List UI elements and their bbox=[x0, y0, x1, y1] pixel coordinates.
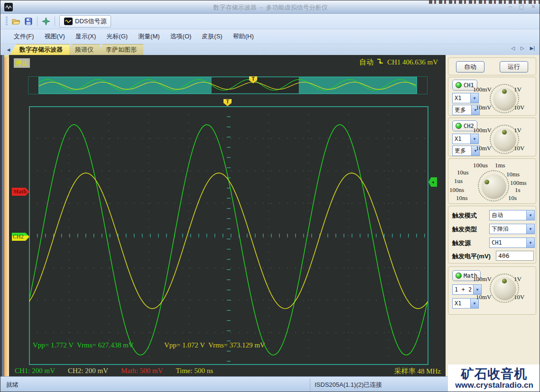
watermark-title: 矿石收音机 bbox=[461, 367, 528, 381]
menu-cursor[interactable]: 光标(G) bbox=[106, 32, 128, 41]
ch2-channel-flag[interactable]: CH2 bbox=[12, 233, 29, 241]
math-led-icon bbox=[456, 273, 462, 279]
close-button[interactable]: ✕ bbox=[531, 3, 536, 10]
watermark-url: www.crystalradio.cn bbox=[455, 381, 533, 390]
knob-indicator bbox=[502, 89, 507, 94]
dds-signal-source-button[interactable]: DDS信号源 bbox=[59, 15, 111, 27]
timebase-readout: Time: 500 ns bbox=[176, 367, 213, 375]
save-icon[interactable] bbox=[22, 16, 35, 27]
ch1-probe-select[interactable]: X1 ▼ bbox=[452, 93, 479, 103]
open-file-icon[interactable] bbox=[10, 16, 22, 27]
scope-display: 停止 自动 CH1 406.636 mV T T Math CH2 ◄ Vpp=… bbox=[9, 55, 446, 376]
tab-lissajous[interactable]: 李萨如图形 bbox=[96, 44, 143, 55]
maximize-button[interactable]: ▢ bbox=[519, 3, 524, 10]
knob-indicator bbox=[484, 180, 489, 184]
trigger-type-select[interactable]: 下降沿 ▼ bbox=[489, 224, 535, 234]
timebase-label: 10s bbox=[508, 194, 517, 202]
ch1-volts-div-knob[interactable] bbox=[493, 88, 515, 109]
ch1-level-marker[interactable]: ◄ bbox=[428, 177, 437, 187]
run-button[interactable]: 运行 bbox=[500, 61, 528, 73]
tab-nav-right-icon[interactable]: ▷ bbox=[521, 46, 524, 51]
status-separator bbox=[310, 379, 310, 391]
knob-indicator bbox=[502, 279, 507, 283]
toolbar-separator bbox=[55, 17, 55, 26]
trigger-source-select[interactable]: CH1 ▼ bbox=[489, 237, 535, 248]
watermark: 矿石收音机 www.crystalradio.cn bbox=[448, 365, 540, 392]
knob-label: 100mV bbox=[473, 86, 492, 93]
tab-bar: ◀ 数字存储示波器 频谱仪 李萨如图形 bbox=[0, 44, 540, 55]
menu-help[interactable]: 帮助(H) bbox=[233, 32, 254, 41]
toolbar-separator bbox=[37, 17, 37, 26]
knob-label: 10mV bbox=[476, 104, 492, 111]
timebase-label: 100us bbox=[473, 162, 488, 169]
trigger-readout: 自动 CH1 406.636 mV bbox=[359, 58, 438, 67]
trigger-mode-readout: 自动 bbox=[359, 58, 373, 67]
menu-view[interactable]: 视图(V) bbox=[45, 32, 65, 41]
menu-measure[interactable]: 测量(M) bbox=[138, 32, 160, 41]
timebase-label: 10ns bbox=[456, 194, 468, 202]
ch2-meas-line: Vpp= 1.072 V Vrms= 373.129 mV bbox=[164, 339, 265, 351]
trigger-control-group: 触发模式 自动 ▼ 触发类型 下降沿 ▼ 触发源 CH1 ▼ 触发电平(mV) bbox=[448, 206, 536, 264]
trigger-position-marker[interactable]: T bbox=[223, 99, 232, 106]
scope-scale-footer: CH1: 200 mV CH2: 200 mV Math: 500 mV Tim… bbox=[9, 365, 446, 376]
trigger-mode-select[interactable]: 自动 ▼ bbox=[489, 210, 535, 220]
math-volts-div-knob[interactable] bbox=[493, 277, 515, 299]
falling-edge-trigger-icon bbox=[377, 58, 384, 67]
math-control-group: Math 1 + 2 ▼ X1 ▼ 100mV 1V 10mV 10V bbox=[448, 266, 536, 315]
knob-label: 100mV bbox=[473, 127, 492, 134]
trigger-source-label: 触发源 bbox=[452, 239, 471, 247]
ch2-led-icon bbox=[456, 123, 462, 129]
dropdown-arrow-icon: ▼ bbox=[526, 210, 534, 220]
minimize-button[interactable]: ─ bbox=[508, 3, 512, 10]
title-bar: 数字存储示波器 － 多功能虚拟信号分析仪 ─ ▢ ✕ bbox=[0, 0, 540, 14]
timebase-knob[interactable] bbox=[482, 174, 505, 198]
ch1-button-label: CH1 bbox=[464, 82, 474, 89]
acquisition-status-label[interactable]: 停止 bbox=[14, 58, 30, 68]
main-area: 停止 自动 CH1 406.636 mV T T Math CH2 ◄ Vpp=… bbox=[0, 55, 540, 376]
menu-bar: 文件(F) 视图(V) 显示(X) 光标(G) 测量(M) 选项(O) 皮肤(S… bbox=[0, 29, 540, 44]
knob-indicator bbox=[502, 130, 507, 135]
dds-waveform-icon bbox=[64, 18, 73, 25]
timebase-label: 10ms bbox=[506, 171, 520, 178]
trigger-level-label: 触发电平(mV) bbox=[452, 252, 491, 261]
knob-label: 10mV bbox=[476, 145, 492, 152]
dropdown-arrow-icon: ▼ bbox=[470, 134, 478, 144]
ch2-control-group: CH2 X1 ▼ 更多 ▼ 100mV 1V 10mV 10V bbox=[448, 118, 536, 156]
timebase-label: 1ms bbox=[495, 162, 505, 169]
dds-button-label: DDS信号源 bbox=[75, 17, 106, 26]
ch1-control-group: CH1 X1 ▼ 更多 ▼ 100mV 1V 10mV 10V bbox=[448, 77, 536, 116]
ch2-scale-readout: CH2: 200 mV bbox=[68, 367, 108, 375]
tab-nav-end-icon[interactable]: ▶| bbox=[530, 46, 535, 51]
sample-rate-readout: 采样率 48 MHz bbox=[394, 367, 441, 376]
timebase-label: 100ms bbox=[510, 179, 527, 187]
control-panel: 自动 运行 CH1 X1 ▼ 更多 ▼ 100mV 1V 10mV bbox=[446, 55, 538, 376]
timebase-label: 1us bbox=[454, 177, 463, 185]
ch1-meas-line: Vpp= 1.772 V Vrms= 627.438 mV bbox=[33, 339, 134, 351]
ch2-probe-select[interactable]: X1 ▼ bbox=[452, 134, 479, 144]
toolbar-grip bbox=[6, 17, 8, 26]
math-channel-flag[interactable]: Math bbox=[12, 188, 29, 196]
skin-edge-strip bbox=[4, 55, 9, 376]
settings-star-icon[interactable] bbox=[40, 16, 52, 27]
window-title: 数字存储示波器 － 多功能虚拟信号分析仪 bbox=[0, 3, 540, 12]
tab-spectrum-analyzer[interactable]: 频谱仪 bbox=[65, 44, 100, 55]
auto-setup-button[interactable]: 自动 bbox=[456, 61, 484, 73]
menu-options[interactable]: 选项(O) bbox=[170, 32, 192, 41]
tab-oscilloscope[interactable]: 数字存储示波器 bbox=[10, 44, 69, 55]
app-window: 数字存储示波器 － 多功能虚拟信号分析仪 ─ ▢ ✕ DDS信号源 文件(F bbox=[0, 0, 540, 392]
timebase-control-group: 100us 1ms 10us 10ms 1us 100ms 100ns 1s 1… bbox=[448, 158, 536, 204]
toolbar: DDS信号源 bbox=[0, 14, 540, 29]
tab-nav-left-icon[interactable]: ◁ bbox=[511, 46, 515, 51]
ch1-scale-readout: CH1: 200 mV bbox=[15, 367, 55, 375]
menu-file[interactable]: 文件(F) bbox=[14, 32, 34, 41]
ch2-volts-div-knob[interactable] bbox=[493, 128, 515, 150]
timebase-label: 1s bbox=[515, 186, 521, 194]
menu-skin[interactable]: 皮肤(S) bbox=[202, 32, 222, 41]
math-scale-readout: Math: 500 mV bbox=[121, 367, 163, 375]
trigger-level-input[interactable] bbox=[496, 251, 534, 261]
math-probe-select[interactable]: X1 ▼ bbox=[452, 298, 479, 309]
ch2-button-label: CH2 bbox=[464, 123, 474, 129]
waveform-overview-bar[interactable] bbox=[28, 76, 428, 94]
timebase-label: 100ns bbox=[449, 186, 464, 194]
menu-display[interactable]: 显示(X) bbox=[75, 32, 96, 41]
